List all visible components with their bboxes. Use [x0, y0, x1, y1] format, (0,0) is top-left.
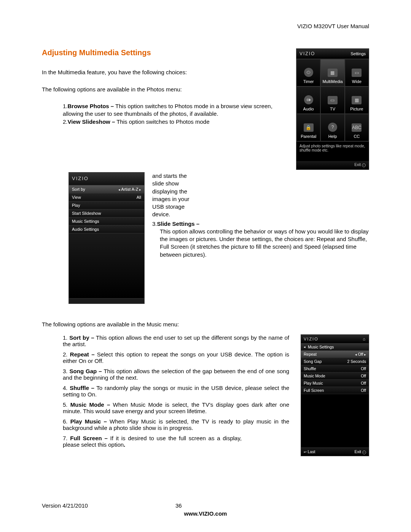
exit-icon: ←: [362, 163, 366, 167]
menu-row-play[interactable]: Play: [69, 201, 144, 209]
menu-row-music-settings[interactable]: Music Settings: [69, 217, 144, 225]
osd-cell-timer[interactable]: ⏲Timer: [296, 59, 320, 86]
osd-exit[interactable]: Exit←: [354, 163, 366, 167]
vizio-brand: VIZIO: [299, 51, 315, 56]
osd-exit[interactable]: Exit←: [354, 449, 366, 454]
exit-icon: ←: [362, 451, 366, 454]
osd-cell-audio[interactable]: 🕪Audio: [296, 86, 320, 114]
menu-row-start-slideshow[interactable]: Start Slideshow: [69, 209, 144, 217]
music-row-songgap[interactable]: Song Gap2 Seconds: [301, 358, 369, 365]
osd-cell-picture[interactable]: ▦Picture: [345, 86, 369, 114]
music-item-2: 2. Repeat – Select this option to repeat…: [63, 351, 289, 364]
music-item-5: 5. Music Mode – When Music Mode is selec…: [63, 401, 289, 414]
page-footer: Version 4/21/2010 36 www.VIZIO.com: [42, 502, 369, 517]
osd-cell-parental[interactable]: 🔒Parental: [296, 114, 320, 141]
music-row-fullscreen[interactable]: Full ScreenOff: [301, 387, 369, 394]
menu-row-sortby[interactable]: Sort by◂ Artist A-Z ▸: [69, 185, 144, 193]
music-intro: The following options are available in t…: [42, 321, 369, 328]
osd-last[interactable]: ↩ Last: [304, 449, 315, 454]
wide-icon: ▭: [352, 69, 362, 77]
osd-settings-panel: VIZIO Settings ⏲Timer ▦MultiMedia ▭Wide …: [296, 48, 369, 170]
back-icon: ↩: [304, 450, 308, 454]
vizio-brand: VIZIO: [304, 337, 319, 341]
photos-item-3-desc: This option allows controlling the behav…: [152, 228, 369, 259]
osd-music-settings-panel: VIZIO ⌂ ◂ Music Settings Repeat◂ Off ▸ S…: [301, 334, 369, 456]
music-row-repeat[interactable]: Repeat◂ Off ▸: [301, 351, 369, 358]
multimedia-icon: ▦: [328, 69, 338, 77]
photos-item-2-cont: and starts the slide show displaying the…: [152, 172, 196, 219]
cc-icon: ABC: [352, 123, 362, 132]
home-icon[interactable]: ⌂: [363, 337, 366, 341]
osd-cell-wide[interactable]: ▭Wide: [345, 59, 369, 86]
osd-cell-tv[interactable]: ▭TV: [320, 86, 344, 114]
timer-icon: ⏲: [304, 68, 313, 77]
doc-title: VIZIO M320VT User Manual: [42, 23, 369, 29]
chevron-right-icon: ▸: [138, 188, 141, 192]
music-item-4: 4. Shuffle – To randomly play the songs …: [63, 385, 289, 398]
vizio-brand: VIZIO: [69, 173, 144, 185]
intro-p1: In the Multimedia feature, you have the …: [42, 69, 288, 76]
photos-item-2: 2.View Slideshow – This option switches …: [63, 118, 288, 126]
picture-icon: ▦: [352, 96, 362, 104]
section-title: Adjusting Multimedia Settings: [42, 48, 288, 57]
music-item-3: 3. Song Gap – This option allows the sel…: [63, 368, 289, 381]
help-icon: ?: [328, 123, 337, 132]
photos-item-3-num: 3.: [152, 220, 157, 227]
osd-cell-help[interactable]: ?Help: [320, 114, 344, 141]
music-item-7: 7. Full Screen – If it is desired to use…: [63, 435, 242, 448]
chevron-left-icon: ◂: [355, 353, 358, 356]
version-text: Version 4/21/2010: [42, 502, 88, 509]
music-row-musicmode[interactable]: Music ModeOff: [301, 372, 369, 380]
intro-p2: The following options are available in t…: [42, 86, 288, 93]
music-row-playmusic[interactable]: Play MusicOff: [301, 380, 369, 387]
photos-item-1: 1.Browse Photos – This option switches t…: [63, 102, 288, 117]
menu-row-audio-settings[interactable]: Audio Settings: [69, 225, 144, 233]
lock-icon: 🔒: [304, 123, 314, 132]
menu-row-view[interactable]: ViewAll: [69, 193, 144, 201]
photos-item-3-label: Slide Settings –: [157, 220, 200, 227]
footer-url: www.VIZIO.com: [42, 510, 369, 517]
osd-photos-menu: VIZIO Sort by◂ Artist A-Z ▸ ViewAll Play…: [68, 172, 145, 304]
chevron-right-icon: ▸: [363, 353, 366, 356]
breadcrumb[interactable]: ◂ Music Settings: [301, 343, 369, 351]
music-item-6: 6. Play Music – When Play Music is selec…: [63, 418, 289, 431]
music-row-shuffle[interactable]: ShuffleOff: [301, 365, 369, 372]
page-number: 36: [175, 502, 182, 509]
audio-icon: 🕪: [304, 95, 313, 104]
osd-hint-text: Adjust photo settings like repeat mode, …: [296, 141, 369, 161]
music-item-1: 1. Sort by – This option allows the end …: [63, 334, 289, 347]
osd-cell-cc[interactable]: ABCCC: [345, 114, 369, 141]
chevron-left-icon: ◂: [304, 345, 306, 349]
tv-icon: ▭: [328, 96, 338, 104]
osd-settings-title: Settings: [350, 51, 366, 56]
osd-cell-multimedia[interactable]: ▦MultiMedia: [320, 59, 344, 86]
